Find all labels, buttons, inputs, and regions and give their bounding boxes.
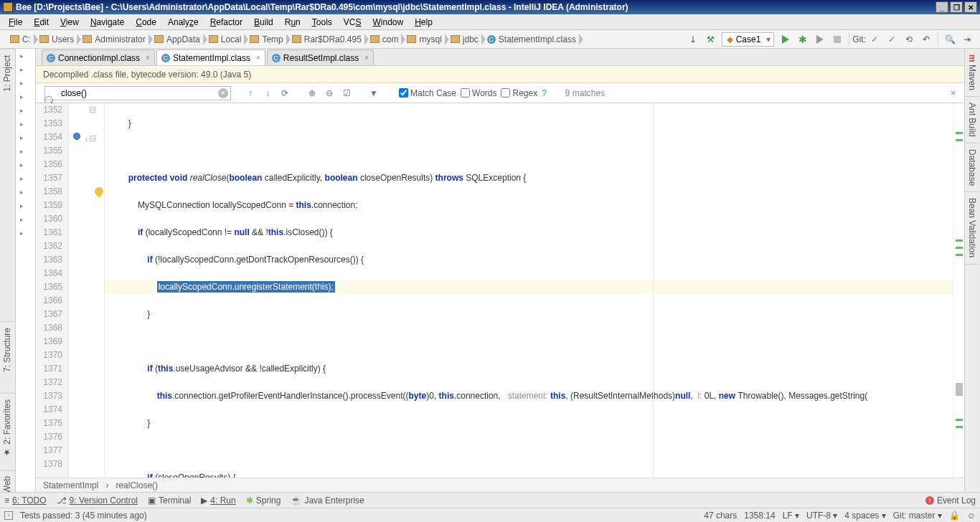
close-find-button[interactable]: × [946,88,960,98]
tool-spring[interactable]: ❃ Spring [246,495,281,506]
hammer-icon[interactable]: ⚒ [702,32,718,47]
git-history-button[interactable]: ⟲ [901,32,917,47]
git-revert-button[interactable]: ↶ [918,32,934,47]
breakpoint-icon[interactable] [73,133,80,140]
regex-help[interactable]: ? [542,88,547,98]
current-line: locallyScopedConn.unregisterStatement(th… [105,280,953,294]
clear-search-button[interactable]: ✕ [218,88,228,98]
select-all-button[interactable]: ⟳ [278,87,291,100]
tool-jee[interactable]: ☕ Java Enterprise [291,495,364,506]
status-encoding[interactable]: UTF-8 ▾ [806,511,837,521]
menu-navigate[interactable]: Navigate [86,16,128,29]
run-config-select[interactable]: ◆ Case1 [722,32,774,47]
tool-todo[interactable]: ≡ 6: TODO [4,495,47,506]
menu-edit[interactable]: Edit [29,16,53,29]
error-stripe[interactable] [953,103,964,478]
build-button[interactable]: ⤓ [685,32,701,47]
git-commit-button[interactable]: ✓ [884,32,900,47]
tool-vcs[interactable]: ⎇ 9: Version Control [57,495,138,506]
status-git[interactable]: Git: master ▾ [893,511,942,521]
matchcase-checkbox[interactable]: Match Case [399,88,456,98]
menu-run[interactable]: Run [281,16,305,29]
menu-file[interactable]: File [4,16,27,29]
menu-code[interactable]: Code [131,16,161,29]
match-count: 9 matches [565,88,605,98]
add-selection-button[interactable]: ⊕ [306,87,319,100]
tool-maven[interactable]: m Maven [965,49,979,97]
status-le[interactable]: LF ▾ [783,511,799,521]
menu-vcs[interactable]: VCS [339,16,366,29]
menu-window[interactable]: Window [368,16,407,29]
breadcrumb[interactable]: Temp [244,32,286,47]
crumb-method[interactable]: realClose() [116,480,158,490]
search-everywhere-button[interactable]: 🔍 [942,32,958,47]
close-button[interactable]: ✕ [964,1,977,13]
next-match-button[interactable]: ↓ [261,87,274,100]
tab-resultsetimpl[interactable]: CResultSetImpl.class× [267,49,374,65]
hector-icon[interactable]: ☺ [967,511,976,521]
lock-icon[interactable]: 🔒 [949,511,960,521]
breadcrumbs-bar: StatementImpl› realClose() [36,478,964,492]
tool-database[interactable]: Database [965,143,979,192]
menu-analyze[interactable]: Analyze [164,16,203,29]
scrollbar-thumb[interactable] [956,383,963,396]
tool-structure[interactable]: 7: Structure [0,321,14,378]
regex-checkbox[interactable]: Regex [501,88,537,98]
maximize-button[interactable]: ❐ [950,1,963,13]
coverage-button[interactable] [812,32,828,47]
event-log[interactable]: !Event Log [925,495,976,506]
find-input[interactable] [44,86,231,100]
tab-statementimpl[interactable]: CStatementImpl.class× [156,49,265,65]
ide-settings-button[interactable]: ⇥ [959,32,975,47]
status-indent[interactable]: 4 spaces ▾ [844,511,885,521]
line-gutter: 1352135313541355135613571358135913601361… [36,103,69,478]
breadcrumb[interactable]: Local [203,32,245,47]
status-caret[interactable]: 1358:14 [744,511,775,521]
minimize-button[interactable]: _ [936,1,948,13]
stop-button[interactable] [829,32,845,47]
source-code[interactable]: } protected void realClose(boolean calle… [105,103,953,478]
right-margin-line [653,103,654,478]
menu-view[interactable]: View [56,16,83,29]
breadcrumb[interactable]: Users [34,32,77,47]
window-title: Bee [D:\Projects\Bee] - C:\Users\Adminis… [16,2,628,12]
breadcrumb[interactable]: CStatementImpl.class [481,32,579,47]
close-icon[interactable]: × [146,54,150,62]
select-all-occ-button[interactable]: ☑ [340,87,353,100]
tool-favorites[interactable]: ★ 2: Favorites [0,393,14,463]
editor-tabs: CConnectionImpl.class× CStatementImpl.cl… [36,49,964,66]
tool-run[interactable]: ▶ 4: Run [201,495,235,506]
close-icon[interactable]: × [364,54,369,62]
close-icon[interactable]: × [256,54,260,62]
intention-bulb-icon[interactable] [93,186,105,198]
tool-project[interactable]: 1: Project [0,49,14,98]
menu-build[interactable]: Build [250,16,278,29]
run-button[interactable] [778,32,793,47]
tool-bean[interactable]: Bean Validation [965,192,979,264]
breadcrumb[interactable]: AppData [149,32,203,47]
breadcrumb[interactable]: Administrator [77,32,149,47]
crumb-class[interactable]: StatementImpl [43,480,98,490]
debug-button[interactable]: ✱ [795,32,811,47]
menu-help[interactable]: Help [410,16,437,29]
tab-connectionimpl[interactable]: CConnectionImpl.class× [42,49,155,65]
tool-terminal[interactable]: ▣ Terminal [148,495,191,506]
git-update-button[interactable]: ✓ [867,32,882,47]
project-tree-collapsed[interactable]: ▸ ▸ ▸ ▸ ▸ ▸ ▸ ▸ ▸ ▸ ▸ ▸ ▸ ▸ [16,49,36,492]
prev-match-button[interactable]: ↑ [244,87,257,100]
breadcrumb[interactable]: Rar$DRa0.495 [286,32,364,47]
tool-ant[interactable]: Ant Build [965,97,979,143]
words-checkbox[interactable]: Words [461,88,496,98]
code-editor[interactable]: 1352135313541355135613571358135913601361… [36,103,964,478]
right-tool-strip: m Maven Ant Build Database Bean Validati… [964,49,980,506]
status-tests: Tests passed: 3 (45 minutes ago) [20,511,147,521]
filter-button[interactable]: ▼ [367,87,380,100]
menu-tools[interactable]: Tools [308,16,336,29]
breadcrumb[interactable]: com [364,32,402,47]
breadcrumb[interactable]: mysql [401,32,444,47]
menu-refactor[interactable]: Refactor [206,16,247,29]
remove-selection-button[interactable]: ⊖ [323,87,336,100]
tool-windows-button[interactable]: ▫ [4,511,13,520]
breadcrumb[interactable]: jdbc [445,32,481,47]
breadcrumb[interactable]: C: [4,32,34,47]
